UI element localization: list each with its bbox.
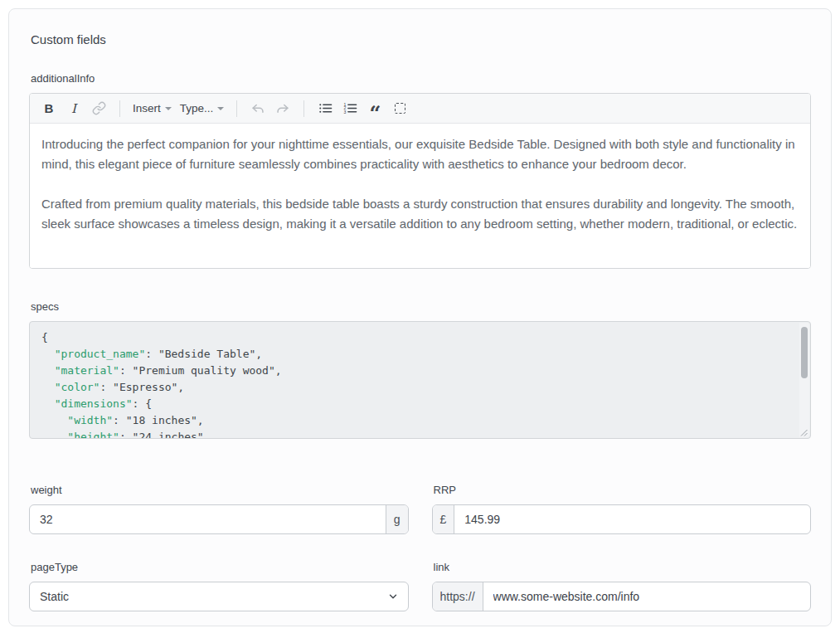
ordered-list-icon: 1 2 3 <box>343 101 357 115</box>
ordered-list-button[interactable]: 1 2 3 <box>339 98 361 119</box>
bullet-list-button[interactable] <box>314 98 336 119</box>
redo-button[interactable] <box>272 98 294 119</box>
scrollbar-thumb[interactable] <box>801 327 808 378</box>
scrollbar-track[interactable] <box>799 323 809 437</box>
rrp-input[interactable] <box>454 505 810 533</box>
protocol-addon: https:// <box>433 582 483 611</box>
blockquote-button[interactable]: “ <box>364 98 386 119</box>
link-icon <box>92 101 106 115</box>
resize-handle-icon[interactable] <box>800 429 808 436</box>
toolbar-divider <box>303 100 304 117</box>
currency-addon: £ <box>433 505 455 533</box>
editor-content[interactable]: Introducing the perfect companion for yo… <box>30 124 810 268</box>
page-type-label: pageType <box>31 561 409 573</box>
link-button[interactable] <box>88 98 109 119</box>
editor-paragraph: Crafted from premium quality materials, … <box>41 194 799 234</box>
page-type-field-group: pageType Static <box>29 561 409 611</box>
specs-label: specs <box>31 300 811 313</box>
link-label: link <box>434 561 812 573</box>
link-field-group: link https:// <box>432 561 812 611</box>
embed-button[interactable] <box>389 98 410 119</box>
bold-button[interactable]: B <box>38 98 60 119</box>
weight-input[interactable] <box>30 505 386 533</box>
specs-code: { "product_name": "Bedside Table", "mate… <box>30 322 810 439</box>
weight-field-group: weight g <box>29 484 409 534</box>
type-dropdown[interactable]: Type... <box>177 98 227 119</box>
toolbar-divider <box>236 100 237 117</box>
dashed-square-icon <box>395 103 405 114</box>
chevron-down-icon <box>165 107 172 110</box>
weight-label: weight <box>31 484 409 496</box>
rrp-label: RRP <box>434 484 812 496</box>
svg-text:3: 3 <box>343 110 346 114</box>
blockquote-icon: “ <box>369 100 381 118</box>
page-type-selected-value: Static <box>40 590 69 603</box>
bullet-list-icon <box>318 101 333 115</box>
card-title: Custom fields <box>31 32 811 46</box>
italic-button[interactable]: I <box>63 98 85 119</box>
redo-icon <box>275 101 290 116</box>
rich-text-editor: B I Insert Type... <box>29 93 811 269</box>
insert-dropdown[interactable]: Insert <box>130 98 174 119</box>
specs-code-textarea[interactable]: { "product_name": "Bedside Table", "mate… <box>29 321 811 439</box>
undo-button[interactable] <box>247 98 269 119</box>
chevron-down-icon <box>217 107 224 110</box>
additional-info-label: additionalInfo <box>31 72 811 85</box>
chevron-down-icon <box>387 591 399 602</box>
editor-paragraph: Introducing the perfect companion for yo… <box>41 134 799 174</box>
page-type-select[interactable]: Static <box>29 582 409 611</box>
custom-fields-card: Custom fields additionalInfo B I Insert … <box>8 8 832 626</box>
link-input[interactable] <box>483 582 810 611</box>
weight-unit-addon: g <box>386 505 408 533</box>
toolbar-divider <box>119 100 120 117</box>
rrp-field-group: RRP £ <box>432 484 812 534</box>
editor-toolbar: B I Insert Type... <box>30 94 810 124</box>
undo-icon <box>250 101 265 116</box>
